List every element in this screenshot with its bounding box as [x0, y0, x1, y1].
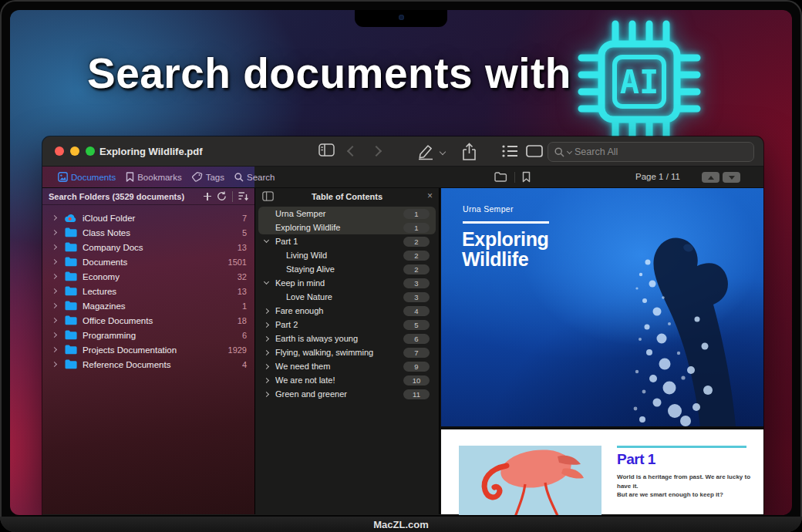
toc-title: Table of Contents	[312, 192, 382, 201]
page-badge: 4	[403, 306, 430, 316]
search-field[interactable]	[548, 142, 754, 162]
tab-documents[interactable]: Documents	[58, 172, 116, 182]
chevron-right-icon[interactable]	[264, 391, 269, 396]
forward-button-icon[interactable]	[371, 146, 382, 157]
page-badge: 3	[403, 292, 430, 302]
folder-row[interactable]: Lectures 13	[42, 284, 254, 298]
toc-item[interactable]: Love Nature 3	[258, 290, 436, 304]
toc-item[interactable]: Urna Semper 1	[258, 207, 436, 221]
zoom-window-button[interactable]	[86, 146, 95, 156]
sync-icon[interactable]	[217, 191, 227, 201]
folder-row[interactable]: Documents 1501	[42, 254, 254, 269]
tab-tags[interactable]: Tags	[192, 172, 224, 182]
chevron-right-icon[interactable]	[52, 347, 57, 352]
folder-icon	[65, 330, 77, 340]
bookmarks-tab-icon	[126, 172, 134, 182]
panel-toggle-icon[interactable]	[262, 191, 274, 201]
chevron-right-icon[interactable]	[264, 335, 269, 341]
toc-item[interactable]: Keep in mind 3	[258, 276, 436, 290]
laptop-frame: Search documents with AI	[0, 0, 802, 532]
chevron-right-icon[interactable]	[264, 377, 269, 382]
folder-row[interactable]: Magazines 1	[42, 298, 254, 313]
tab-search[interactable]: Search	[234, 173, 275, 182]
add-folder-icon[interactable]	[204, 193, 211, 200]
chevron-right-icon[interactable]	[52, 288, 57, 294]
single-page-view-icon[interactable]	[526, 145, 543, 157]
icloud-folder-icon	[65, 213, 77, 223]
bookmark-view-icon[interactable]	[522, 171, 531, 183]
page-badge: 10	[403, 375, 430, 386]
folder-row[interactable]: Economy 32	[42, 269, 254, 284]
search-icon	[554, 147, 564, 157]
toc-item[interactable]: Part 1 2	[258, 234, 436, 248]
chevron-right-icon[interactable]	[264, 322, 269, 327]
tab-bookmarks[interactable]: Bookmarks	[126, 172, 182, 182]
chevron-right-icon[interactable]	[52, 318, 57, 323]
page-badge: 1	[403, 223, 430, 233]
folder-row[interactable]: Programming 6	[42, 328, 254, 342]
toc-item[interactable]: We are not late! 10	[258, 373, 436, 387]
table-of-contents-panel: Table of Contents × Urna Semper 1 Explor…	[254, 188, 440, 514]
toc-item[interactable]: Living Wild 2	[258, 248, 436, 262]
minimize-window-button[interactable]	[70, 146, 79, 156]
toc-item[interactable]: Flying, walking, swimming 7	[258, 345, 436, 359]
toc-item[interactable]: Part 2 5	[258, 318, 436, 332]
cover-rule	[463, 221, 549, 224]
sidebar-header-label: Search Folders (3529 documents)	[49, 192, 204, 201]
folder-view-icon[interactable]	[494, 172, 507, 182]
outline-list-icon[interactable]	[502, 145, 518, 157]
toc-item[interactable]: We need them 9	[258, 359, 436, 373]
page-badge: 9	[403, 362, 430, 372]
chevron-right-icon[interactable]	[52, 274, 57, 279]
documents-tab-icon	[58, 172, 68, 182]
toc-item[interactable]: Green and greener 11	[258, 387, 436, 401]
pdf-page-2[interactable]: Part 1 World is a heritage from past. We…	[441, 429, 763, 514]
pdf-page-1[interactable]: Urna Semper Exploring Wildlife	[441, 188, 763, 426]
page-badge: 5	[403, 320, 430, 330]
back-button-icon[interactable]	[347, 146, 358, 157]
folder-row[interactable]: Reference Documents 4	[42, 357, 254, 372]
folder-list: iCloud Folder 7 Class Notes 5 C	[42, 205, 254, 372]
folder-row[interactable]: Company Docs 13	[42, 240, 254, 254]
chevron-right-icon[interactable]	[52, 230, 57, 235]
chevron-down-icon[interactable]	[264, 237, 269, 243]
folder-row[interactable]: Class Notes 5	[42, 225, 254, 240]
chevron-right-icon[interactable]	[52, 303, 57, 308]
toc-item[interactable]: Staying Alive 2	[258, 262, 436, 276]
folder-row[interactable]: Projects Documentation 1929	[42, 342, 254, 357]
search-input[interactable]	[575, 146, 747, 157]
toc-item[interactable]: Earth is always young 6	[258, 332, 436, 345]
laptop-bottom-bezel: MacZL.com	[0, 517, 802, 532]
toc-list: Urna Semper 1 Exploring Wildlife 1 Part …	[255, 204, 439, 401]
chevron-right-icon[interactable]	[52, 215, 57, 221]
toc-item[interactable]: Fare enough 4	[258, 304, 436, 318]
page-indicator: Page 1 / 11	[635, 172, 680, 181]
chevron-right-icon[interactable]	[264, 308, 269, 313]
sort-icon[interactable]	[238, 191, 248, 201]
tags-tab-icon	[192, 172, 203, 182]
section-rule	[617, 446, 746, 448]
laptop-screen: Search documents with AI	[10, 10, 792, 515]
chevron-right-icon[interactable]	[52, 362, 57, 367]
toc-item[interactable]: Exploring Wildlife 1	[258, 221, 436, 234]
chevron-right-icon[interactable]	[264, 363, 269, 369]
page-down-button[interactable]	[723, 172, 740, 183]
chevron-right-icon[interactable]	[264, 349, 269, 355]
page-up-button[interactable]	[702, 172, 719, 183]
close-window-button[interactable]	[55, 146, 64, 156]
chevron-down-icon[interactable]	[264, 279, 269, 285]
chevron-right-icon[interactable]	[52, 244, 57, 250]
close-icon[interactable]: ×	[427, 190, 433, 201]
page-badge: 1	[403, 209, 430, 219]
folder-icon	[65, 301, 77, 311]
sidebar-tabstrip: Documents Bookmarks Tags	[42, 167, 254, 187]
folder-row-icloud[interactable]: iCloud Folder 7	[42, 210, 254, 225]
folder-row[interactable]: Office Documents 18	[42, 313, 254, 328]
notch	[355, 10, 447, 27]
chevron-right-icon[interactable]	[52, 259, 57, 264]
sidebar-toggle-icon[interactable]	[318, 143, 335, 157]
pen-menu-caret-icon[interactable]	[440, 149, 446, 155]
chevron-right-icon[interactable]	[52, 332, 57, 338]
share-icon[interactable]	[462, 143, 477, 161]
annotate-pen-icon[interactable]	[416, 143, 435, 160]
